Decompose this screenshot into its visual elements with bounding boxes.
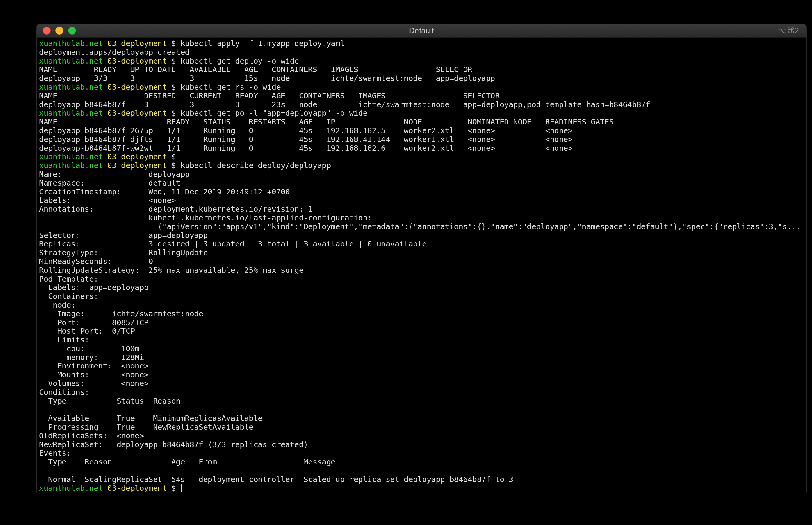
output-line: Namespace: default bbox=[39, 179, 804, 188]
output-line: NAME READY UP-TO-DATE AVAILABLE AGE CONT… bbox=[39, 65, 804, 74]
command-text: kubectl get deploy -o wide bbox=[180, 57, 299, 65]
titlebar[interactable]: Default ⌥⌘2 bbox=[37, 24, 806, 38]
prompt-host: xuanthulab.net bbox=[39, 109, 103, 118]
output-line: ---- ------ ------ bbox=[39, 405, 804, 414]
output-line: Host Port: 0/TCP bbox=[39, 327, 804, 336]
command-text: kubectl describe deploy/deployapp bbox=[180, 161, 331, 170]
output-line: Pod Template: bbox=[39, 275, 804, 284]
output-line: Progressing True NewReplicaSetAvailable bbox=[39, 423, 804, 432]
prompt-path: 03-deployment bbox=[107, 39, 167, 48]
output-line: NAME DESIRED CURRENT READY AGE CONTAINER… bbox=[39, 92, 804, 101]
prompt-path: 03-deployment bbox=[107, 152, 167, 161]
output-line: Normal ScalingReplicaSet 54s deployment-… bbox=[39, 475, 804, 484]
output-line: cpu: 100m bbox=[39, 345, 804, 353]
output-line: Containers: bbox=[39, 292, 804, 301]
output-line: ---- ------ ---- ---- ------- bbox=[39, 467, 804, 475]
output-line: NewReplicaSet: deployapp-b8464b87f (3/3 … bbox=[39, 440, 804, 449]
output-line: Replicas: 3 desired | 3 updated | 3 tota… bbox=[39, 240, 804, 249]
terminal-window: Default ⌥⌘2 xuanthulab.net 03-deployment… bbox=[37, 24, 807, 495]
prompt-line: xuanthulab.net 03-deployment $ kubectl d… bbox=[39, 161, 804, 170]
prompt-symbol: $ bbox=[172, 152, 176, 161]
window-title: Default bbox=[37, 26, 806, 35]
prompt-line: xuanthulab.net 03-deployment $ bbox=[39, 484, 804, 493]
output-line: StrategyType: RollingUpdate bbox=[39, 249, 804, 257]
command-text: kubectl get rs -o wide bbox=[180, 82, 281, 91]
output-line: Annotations: deployment.kubernetes.io/re… bbox=[39, 205, 804, 214]
output-line: deployapp-b8464b87f-ww2wt 1/1 Running 0 … bbox=[39, 144, 804, 153]
output-line: Name: deployapp bbox=[39, 170, 804, 179]
output-line: Image: ichte/swarmtest:node bbox=[39, 310, 804, 318]
prompt-path: 03-deployment bbox=[107, 82, 167, 91]
prompt-symbol: $ bbox=[172, 82, 176, 91]
output-line: MinReadySeconds: 0 bbox=[39, 257, 804, 266]
output-line: Labels: <none> bbox=[39, 196, 804, 205]
output-line: NAME READY STATUS RESTARTS AGE IP NODE N… bbox=[39, 118, 804, 126]
output-line: Type Status Reason bbox=[39, 397, 804, 406]
prompt-path: 03-deployment bbox=[107, 109, 167, 118]
output-line: Labels: app=deployapp bbox=[39, 283, 804, 292]
output-line: {"apiVersion":"apps/v1","kind":"Deployme… bbox=[39, 223, 804, 231]
prompt-symbol: $ bbox=[172, 161, 176, 170]
prompt-host: xuanthulab.net bbox=[39, 152, 103, 161]
output-line: Type Reason Age From Message bbox=[39, 458, 804, 467]
prompt-host: xuanthulab.net bbox=[39, 161, 103, 170]
output-line: OldReplicaSets: <none> bbox=[39, 432, 804, 440]
output-line: RollingUpdateStrategy: 25% max unavailab… bbox=[39, 266, 804, 275]
output-line: Available True MinimumReplicasAvailable bbox=[39, 414, 804, 423]
prompt-line: xuanthulab.net 03-deployment $ kubectl g… bbox=[39, 83, 804, 92]
output-line: Conditions: bbox=[39, 388, 804, 397]
command-text: kubectl apply -f 1.myapp-deploy.yaml bbox=[180, 39, 345, 48]
command-text: kubectl get po -l "app=deployapp" -o wid… bbox=[180, 109, 367, 118]
output-line: Volumes: <none> bbox=[39, 379, 804, 388]
prompt-host: xuanthulab.net bbox=[39, 484, 103, 493]
output-line: CreationTimestamp: Wed, 11 Dec 2019 20:4… bbox=[39, 188, 804, 196]
prompt-path: 03-deployment bbox=[107, 161, 167, 170]
output-line: deployapp-b8464b87f-djfts 1/1 Running 0 … bbox=[39, 135, 804, 144]
prompt-symbol: $ bbox=[172, 109, 176, 118]
output-line: node: bbox=[39, 301, 804, 310]
output-line: deployapp-b8464b87f 3 3 3 23s node ichte… bbox=[39, 101, 804, 109]
tab-shortcut: ⌥⌘2 bbox=[778, 26, 799, 35]
prompt-path: 03-deployment bbox=[107, 484, 167, 493]
prompt-path: 03-deployment bbox=[107, 57, 167, 65]
prompt-line: xuanthulab.net 03-deployment $ kubectl a… bbox=[39, 39, 804, 48]
prompt-line: xuanthulab.net 03-deployment $ kubectl g… bbox=[39, 57, 804, 66]
prompt-host: xuanthulab.net bbox=[39, 39, 103, 48]
output-line: deployapp-b8464b87f-2675p 1/1 Running 0 … bbox=[39, 126, 804, 135]
output-line: Selector: app=deployapp bbox=[39, 231, 804, 240]
output-line: deployment.apps/deployapp created bbox=[39, 48, 804, 57]
output-line: Events: bbox=[39, 449, 804, 458]
output-line: Environment: <none> bbox=[39, 362, 804, 371]
prompt-line: xuanthulab.net 03-deployment $ bbox=[39, 153, 804, 161]
terminal-body[interactable]: xuanthulab.net 03-deployment $ kubectl a… bbox=[37, 38, 806, 495]
output-line: deployapp 3/3 3 3 15s node ichte/swarmte… bbox=[39, 74, 804, 83]
prompt-symbol: $ bbox=[172, 484, 176, 493]
output-line: memory: 128Mi bbox=[39, 353, 804, 362]
prompt-host: xuanthulab.net bbox=[39, 57, 103, 65]
prompt-host: xuanthulab.net bbox=[39, 82, 103, 91]
cursor bbox=[181, 484, 182, 492]
output-line: Mounts: <none> bbox=[39, 371, 804, 379]
output-line: Port: 8085/TCP bbox=[39, 318, 804, 327]
prompt-line: xuanthulab.net 03-deployment $ kubectl g… bbox=[39, 109, 804, 118]
prompt-symbol: $ bbox=[172, 57, 176, 65]
prompt-symbol: $ bbox=[172, 39, 176, 48]
output-line: kubectl.kubernetes.io/last-applied-confi… bbox=[39, 214, 804, 223]
output-line: Limits: bbox=[39, 336, 804, 345]
